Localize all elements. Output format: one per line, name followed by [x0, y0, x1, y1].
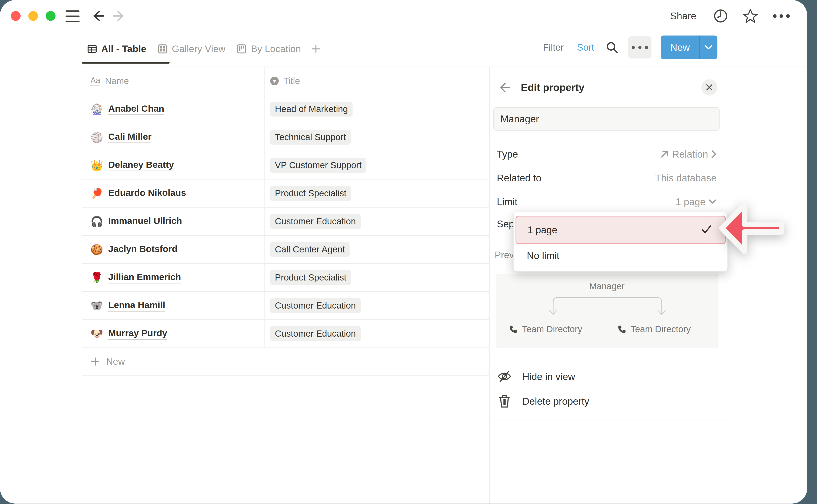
- close-window-button[interactable]: [11, 11, 21, 21]
- select-tag[interactable]: Customer Education: [270, 326, 360, 341]
- page-emoji: 🎧: [90, 215, 102, 228]
- title-cell[interactable]: Technical Support: [265, 123, 489, 151]
- close-icon[interactable]: [701, 79, 717, 95]
- name-cell[interactable]: 🎡 Anabel Chan: [82, 95, 265, 123]
- page-link[interactable]: Anabel Chan: [108, 103, 164, 115]
- page-link[interactable]: Eduardo Nikolaus: [108, 188, 186, 199]
- search-icon[interactable]: [606, 41, 619, 54]
- page-link[interactable]: Cali Miller: [108, 131, 151, 143]
- name-cell[interactable]: 🐶 Murray Purdy: [82, 320, 265, 347]
- star-icon[interactable]: [743, 9, 758, 23]
- limit-dropdown-menu: 1 page No limit: [514, 212, 728, 272]
- property-name-input[interactable]: Manager: [493, 107, 720, 131]
- select-tag[interactable]: Product Specialist: [270, 186, 351, 201]
- table-row[interactable]: 🏐 Cali Miller Technical Support: [82, 123, 489, 151]
- edit-property-panel: Edit property Manager Type Relation Rela…: [489, 67, 807, 504]
- select-tag[interactable]: Customer Education: [270, 298, 360, 313]
- related-to-value[interactable]: This database: [655, 172, 717, 184]
- tab-gallery-view[interactable]: Gallery View: [152, 35, 231, 63]
- chevron-right-icon: [711, 150, 717, 159]
- page-link[interactable]: Immanuel Ullrich: [108, 216, 182, 227]
- column-header-title[interactable]: Title: [265, 67, 489, 95]
- table-row[interactable]: 🌹 Jillian Emmerich Product Specialist: [82, 264, 489, 292]
- tab-by-location[interactable]: By Location: [231, 35, 306, 63]
- gallery-view-icon: [158, 44, 168, 54]
- name-cell[interactable]: 🏓 Eduardo Nikolaus: [82, 179, 265, 207]
- title-cell[interactable]: VP Customer Support: [265, 151, 489, 179]
- sort-button[interactable]: Sort: [577, 42, 594, 53]
- page-link[interactable]: Jaclyn Botsford: [108, 244, 177, 255]
- select-tag[interactable]: Technical Support: [270, 130, 350, 145]
- share-button[interactable]: Share: [670, 10, 696, 22]
- clock-icon[interactable]: [713, 9, 728, 23]
- tab-all-table[interactable]: All - Table: [82, 35, 152, 63]
- annotation-arrow: [715, 197, 796, 260]
- column-header-name[interactable]: Aa Name: [82, 67, 265, 95]
- name-cell[interactable]: 🏐 Cali Miller: [82, 123, 265, 151]
- name-cell[interactable]: 👑 Delaney Beatty: [82, 151, 265, 179]
- checkmark-icon: [701, 225, 712, 235]
- panel-section-divider: [489, 420, 731, 420]
- title-cell[interactable]: Product Specialist: [265, 179, 489, 207]
- select-tag[interactable]: Call Center Agent: [270, 242, 349, 257]
- window-controls: [11, 11, 56, 21]
- title-cell[interactable]: Head of Marketing: [265, 95, 489, 123]
- table-row[interactable]: 👑 Delaney Beatty VP Customer Support: [82, 151, 489, 179]
- title-cell[interactable]: Customer Education: [265, 320, 489, 347]
- page-link[interactable]: Delaney Beatty: [108, 159, 174, 171]
- table-row[interactable]: 🎧 Immanuel Ullrich Customer Education: [82, 208, 489, 236]
- forward-arrow-icon[interactable]: [112, 10, 125, 23]
- name-cell[interactable]: 🐨 Lenna Hamill: [82, 292, 265, 319]
- eye-slash-icon: [497, 370, 512, 384]
- name-cell[interactable]: 🍪 Jaclyn Botsford: [82, 236, 265, 263]
- panel-back-icon[interactable]: [499, 82, 511, 94]
- name-cell[interactable]: 🎧 Immanuel Ullrich: [82, 208, 265, 235]
- new-dropdown-button[interactable]: [700, 36, 717, 59]
- related-to-label: Related to: [497, 172, 542, 184]
- title-cell[interactable]: Customer Education: [265, 292, 489, 319]
- add-view-button[interactable]: [307, 35, 325, 63]
- back-arrow-icon[interactable]: [91, 10, 105, 23]
- select-tag[interactable]: Head of Marketing: [270, 102, 352, 117]
- title-cell[interactable]: Call Center Agent: [265, 236, 489, 263]
- filter-button[interactable]: Filter: [543, 42, 564, 53]
- delete-property-button[interactable]: Delete property: [522, 396, 589, 407]
- limit-value[interactable]: 1 page: [676, 196, 717, 208]
- zoom-window-button[interactable]: [46, 11, 56, 21]
- page-emoji: 🎡: [90, 103, 102, 115]
- hamburger-icon[interactable]: [66, 10, 80, 22]
- select-property-icon: [270, 77, 279, 85]
- new-row-button[interactable]: New: [82, 348, 489, 376]
- dropdown-option-no-limit[interactable]: No limit: [527, 248, 559, 263]
- dropdown-option-1-page[interactable]: 1 page: [516, 216, 726, 244]
- plus-icon: [90, 357, 100, 366]
- view-options-button[interactable]: [628, 36, 652, 58]
- app-window: Share All - Table Gallery View By Locati…: [0, 0, 807, 504]
- select-tag[interactable]: Product Specialist: [270, 270, 351, 285]
- table-row[interactable]: 🍪 Jaclyn Botsford Call Center Agent: [82, 236, 489, 264]
- database-table: Aa Name Title 🎡 Anabel Chan Head of Mark…: [82, 67, 489, 376]
- table-row[interactable]: 🐶 Murray Purdy Customer Education: [82, 320, 489, 348]
- page-link[interactable]: Lenna Hamill: [108, 300, 165, 312]
- table-row[interactable]: 🏓 Eduardo Nikolaus Product Specialist: [82, 179, 489, 208]
- table-row[interactable]: 🐨 Lenna Hamill Customer Education: [82, 292, 489, 320]
- title-property-icon: Aa: [90, 76, 100, 85]
- name-cell[interactable]: 🌹 Jillian Emmerich: [82, 264, 265, 291]
- hide-in-view-button[interactable]: Hide in view: [522, 371, 575, 382]
- page-emoji: 🏐: [90, 131, 102, 143]
- new-button[interactable]: New: [661, 36, 717, 59]
- trash-icon: [498, 394, 511, 409]
- page-emoji: 🍪: [90, 243, 102, 256]
- table-row[interactable]: 🎡 Anabel Chan Head of Marketing: [82, 95, 489, 123]
- page-link[interactable]: Murray Purdy: [108, 328, 167, 340]
- page-link[interactable]: Jillian Emmerich: [108, 272, 181, 283]
- relation-preview: Manager Team Directory Team Directory: [496, 274, 718, 348]
- title-cell[interactable]: Product Specialist: [265, 264, 489, 291]
- title-cell[interactable]: Customer Education: [265, 208, 489, 235]
- type-value[interactable]: Relation: [660, 148, 717, 160]
- more-options-icon[interactable]: [773, 14, 790, 18]
- select-tag[interactable]: VP Customer Support: [270, 158, 366, 173]
- relation-connector: [496, 274, 719, 349]
- minimize-window-button[interactable]: [28, 11, 38, 21]
- select-tag[interactable]: Customer Education: [270, 214, 360, 229]
